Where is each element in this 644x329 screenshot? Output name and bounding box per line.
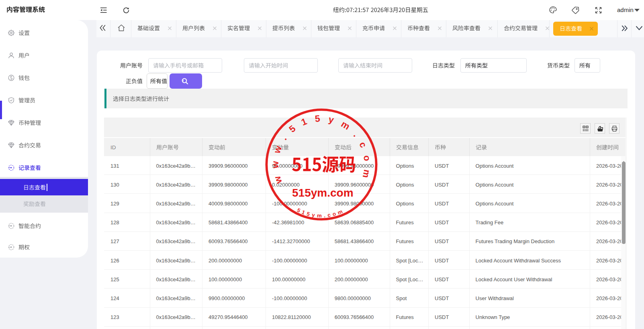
svg-text:c: c xyxy=(357,140,369,149)
svg-text:5: 5 xyxy=(315,113,321,124)
svg-text:y: y xyxy=(327,114,335,125)
svg-text:o: o xyxy=(332,211,337,217)
svg-text:w: w xyxy=(270,161,280,169)
svg-text:y: y xyxy=(311,212,315,218)
svg-text:.: . xyxy=(352,130,361,139)
svg-text:1: 1 xyxy=(301,209,306,216)
svg-text:1: 1 xyxy=(300,116,309,128)
svg-text:c: c xyxy=(327,212,331,218)
svg-text:5: 5 xyxy=(306,211,311,217)
svg-text:w: w xyxy=(272,175,284,186)
svg-text:.: . xyxy=(279,134,289,142)
svg-text:5: 5 xyxy=(296,207,302,214)
svg-text:m: m xyxy=(317,213,322,219)
svg-text:w: w xyxy=(272,144,284,155)
svg-text:5: 5 xyxy=(287,123,298,134)
svg-text:m: m xyxy=(339,119,352,132)
svg-text:m: m xyxy=(361,169,373,179)
svg-text:.: . xyxy=(324,213,326,219)
svg-text:o: o xyxy=(362,154,373,162)
